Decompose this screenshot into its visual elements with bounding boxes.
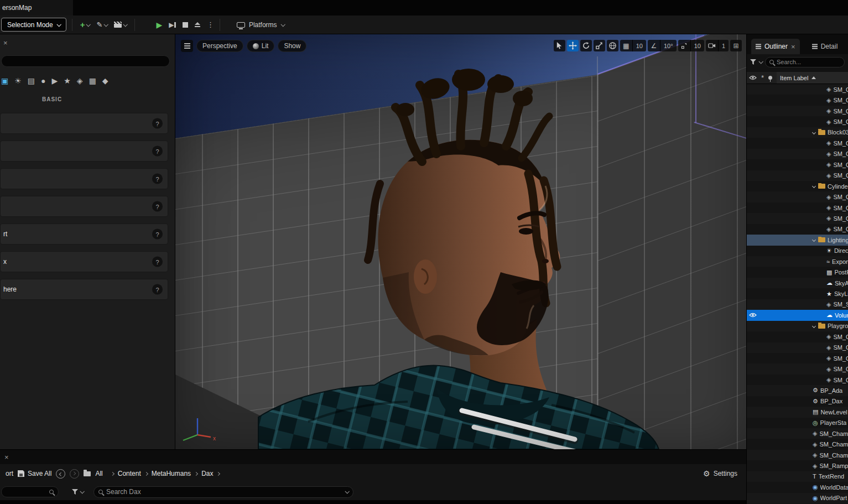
place-actor-item[interactable]: here? [0, 279, 168, 300]
selection-mode-dropdown[interactable]: Selection Mode [1, 18, 66, 32]
save-all-button[interactable]: Save All [18, 470, 51, 477]
tab-details[interactable]: Detail [808, 39, 842, 54]
show-dropdown[interactable]: Show [278, 40, 306, 52]
grid-snap-control[interactable]: ▦ 10 [620, 40, 646, 51]
outliner-row[interactable]: ★SkyLigh [747, 288, 848, 299]
outliner-row[interactable]: ◈SM_Qua [747, 116, 848, 127]
select-tool-button[interactable] [554, 40, 565, 51]
content-filter-button[interactable] [72, 489, 84, 495]
outliner-row[interactable]: ◎PlayerSta [747, 418, 848, 428]
play-button[interactable]: ▶ [156, 21, 162, 29]
visibility-eye-icon[interactable] [747, 313, 759, 318]
expander-chevron-icon[interactable] [812, 324, 816, 328]
help-icon[interactable]: ? [152, 257, 163, 267]
breadcrumb-all[interactable]: All [95, 470, 102, 477]
expander-chevron-icon[interactable] [812, 238, 816, 242]
place-actor-item[interactable]: ? [0, 113, 168, 134]
content-search-input[interactable]: Search Dax [93, 486, 353, 498]
scale-snap-value[interactable]: 10 [690, 40, 704, 51]
help-icon[interactable]: ? [152, 229, 163, 240]
cinematics-button[interactable] [112, 18, 129, 32]
help-icon[interactable]: ? [152, 146, 163, 157]
place-shapes-icon[interactable]: ● [41, 76, 45, 85]
place-cinematic-icon[interactable]: ▶ [52, 76, 58, 85]
outliner-row[interactable]: ◈SM_Cham [747, 439, 848, 449]
place-actor-item[interactable]: ? [0, 141, 168, 162]
outliner-row[interactable]: ◈SM_Cub [747, 331, 848, 342]
viewport-options-menu-button[interactable] [181, 40, 193, 52]
platforms-dropdown[interactable]: Platforms [235, 18, 287, 32]
place-geometry-icon[interactable]: ◈ [77, 76, 83, 85]
move-tool-button[interactable] [567, 40, 579, 51]
help-icon[interactable]: ? [152, 284, 163, 295]
viewport-canvas[interactable]: Perspective Lit Show [175, 34, 746, 449]
place-basic-icon[interactable]: ▣ [1, 76, 8, 85]
breadcrumb-item[interactable]: Dax [201, 470, 213, 477]
place-all-icon[interactable]: ◆ [102, 76, 108, 85]
help-icon[interactable]: ? [152, 201, 163, 212]
sources-search-input[interactable] [1, 486, 59, 497]
outliner-row[interactable]: ◈SM_Cub [747, 375, 848, 385]
grid-snap-value[interactable]: 10 [632, 40, 646, 51]
back-button[interactable] [56, 469, 65, 479]
place-actors-search-input[interactable] [1, 55, 170, 67]
outliner-row[interactable]: ◈SM_Qua [747, 170, 848, 181]
help-icon[interactable]: ? [152, 118, 163, 129]
outliner-row[interactable]: ☁SkyAtm [747, 278, 848, 288]
help-icon[interactable]: ? [152, 174, 163, 184]
place-actor-item[interactable]: ? [0, 168, 168, 189]
outliner-row[interactable]: ◈SM_Sky [747, 299, 848, 310]
outliner-row[interactable]: ◈SM_Cham [747, 450, 848, 460]
level-tab[interactable]: ersonMap [0, 0, 73, 15]
close-icon[interactable] [4, 453, 9, 461]
outliner-row[interactable]: Playgroun [747, 321, 848, 331]
place-effects-icon[interactable]: ★ [64, 76, 71, 85]
expander-chevron-icon[interactable] [812, 184, 816, 188]
outliner-search-input[interactable]: Search... [765, 57, 845, 67]
rotation-snap-value[interactable]: 10° [660, 40, 677, 51]
outliner-row[interactable]: ◈SM_Cub [747, 95, 848, 105]
filter-funnel-icon[interactable] [750, 59, 756, 65]
outliner-row[interactable]: ◈SM_Ramp [747, 460, 848, 471]
outliner-row[interactable]: ◈SM_Qua [747, 213, 848, 224]
outliner-row[interactable]: TTextRend [747, 471, 848, 482]
import-button[interactable]: ort [6, 470, 13, 477]
perspective-dropdown[interactable]: Perspective [196, 40, 243, 52]
outliner-row[interactable]: ☀Directio [747, 246, 848, 256]
breadcrumb-item[interactable]: Content [118, 470, 141, 477]
rotate-tool-button[interactable] [580, 40, 592, 51]
view-mode-dropdown[interactable]: Lit [247, 40, 275, 52]
outliner-row[interactable]: ◈SM_Qua [747, 202, 848, 213]
expander-chevron-icon[interactable] [812, 131, 816, 134]
outliner-row[interactable]: ◈SM_Cub [747, 138, 848, 148]
tab-outliner[interactable]: Outliner [751, 39, 800, 54]
outliner-row[interactable]: ☁Volume [747, 310, 848, 320]
place-stairs-icon[interactable]: ▤ [28, 76, 35, 85]
item-label-column-header[interactable]: Item Label [777, 72, 848, 84]
outliner-row[interactable]: ◈SM_Qua [747, 191, 848, 202]
scale-snap-control[interactable]: 10 [678, 40, 704, 51]
close-icon[interactable] [791, 43, 795, 51]
outliner-row[interactable]: ◈SM_Cub [747, 149, 848, 159]
outliner-row[interactable]: ◉WorldPart [747, 493, 848, 503]
outliner-row[interactable]: ▩PostPro [747, 267, 848, 277]
outliner-row[interactable]: ⚙BP_Ada [747, 385, 848, 396]
maximize-viewport-button[interactable]: ⊞ [730, 40, 742, 51]
place-lights-icon[interactable]: ☀ [14, 76, 22, 85]
outliner-row[interactable]: ≈Exponen [747, 256, 848, 267]
outliner-row[interactable]: Lighting [747, 235, 848, 245]
eject-button[interactable] [195, 22, 200, 27]
add-actor-button[interactable]: + [78, 18, 92, 32]
outliner-row[interactable]: ◈SM_Cham [747, 428, 848, 439]
frame-skip-button[interactable]: ▶ [169, 21, 176, 29]
pin-column-icon[interactable] [768, 76, 772, 80]
content-browser-settings-button[interactable]: ⚙ Settings [703, 464, 737, 483]
close-icon[interactable] [3, 39, 8, 47]
breadcrumb-item[interactable]: MetaHumans [152, 470, 191, 477]
blueprints-button[interactable]: ✎ [94, 18, 110, 32]
outliner-row[interactable]: ◈SM_Cub [747, 353, 848, 363]
outliner-row[interactable]: ◈SM_Qua [747, 106, 848, 116]
scale-tool-button[interactable] [594, 40, 605, 51]
outliner-row[interactable]: Block03 [747, 127, 848, 138]
place-actor-item[interactable]: ? [0, 196, 168, 217]
